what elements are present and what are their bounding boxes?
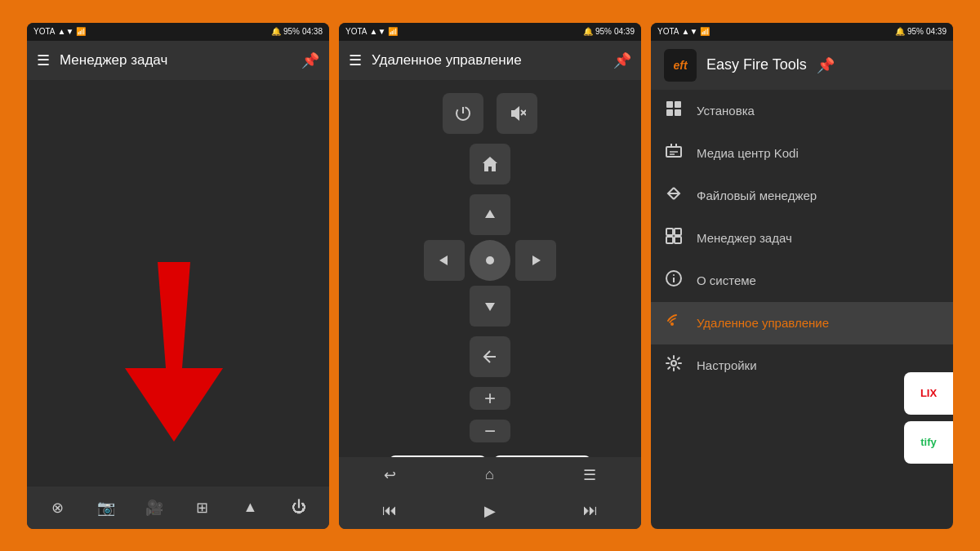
- battery-1: 95%: [283, 27, 300, 36]
- tasks-label: Менеджер задач: [697, 231, 792, 245]
- camera-icon[interactable]: 📷: [93, 495, 119, 521]
- status-right-3: 🔔 95% 04:39: [895, 27, 947, 36]
- status-right-2: 🔔 95% 04:39: [583, 27, 635, 36]
- screen3-sidebar: YOTA ▲▼ 📶 🔔 95% 04:39 eft Easy Fire Tool…: [651, 23, 953, 529]
- kodi-menu-icon: [664, 142, 684, 164]
- top-bar-2: ☰ Удаленное управление 📌: [339, 41, 641, 80]
- screenshot-icon[interactable]: ⊞: [189, 495, 216, 521]
- fastforward-icon[interactable]: ⏭: [583, 502, 598, 519]
- partial-spotify: tify: [904, 421, 953, 464]
- home-button[interactable]: [470, 144, 510, 184]
- battery-3: 95%: [907, 27, 924, 36]
- power-mute-row: [443, 93, 537, 134]
- upload-icon[interactable]: ▲: [238, 495, 264, 521]
- svg-rect-18: [675, 109, 681, 116]
- battery-2: 95%: [595, 27, 612, 36]
- kodi-menu-label: Медиа центр Kodi: [697, 146, 799, 160]
- menu-item-install[interactable]: Установка: [651, 90, 953, 132]
- time-2: 04:39: [614, 27, 635, 36]
- menu-item-tasks[interactable]: Менеджер задач: [651, 217, 953, 260]
- time-3: 04:39: [926, 27, 947, 36]
- status-left-1: YOTA ▲▼ 📶: [33, 27, 86, 36]
- pin-icon-2[interactable]: 📌: [613, 51, 631, 69]
- signal-3: ▲▼ 📶: [681, 27, 710, 36]
- menu-item-files[interactable]: Файловый менеджер: [651, 175, 953, 217]
- files-label: Файловый менеджер: [697, 189, 817, 202]
- settings-icon: [664, 354, 684, 376]
- dpad-empty-br: [515, 286, 556, 327]
- svg-rect-27: [675, 237, 681, 243]
- hamburger-icon-2[interactable]: ☰: [349, 51, 362, 69]
- rewind-icon[interactable]: ⏮: [382, 502, 397, 519]
- play-icon[interactable]: ▶: [484, 502, 496, 520]
- svg-rect-15: [666, 101, 673, 108]
- partial-netflix-text: LIX: [920, 387, 937, 399]
- screen2-title: Удаленное управление: [372, 52, 604, 69]
- tasks-icon: [664, 227, 684, 249]
- menu-item-kodi[interactable]: Медиа центр Kodi: [651, 132, 953, 175]
- dpad-down[interactable]: [470, 286, 510, 327]
- task-manager-content: [27, 80, 329, 487]
- navigation-bar: ↩ ⌂ ☰: [339, 457, 641, 493]
- menu-item-about[interactable]: О системе: [651, 260, 953, 302]
- video-icon[interactable]: 🎥: [141, 495, 167, 521]
- time-1: 04:38: [302, 27, 323, 36]
- dpad-right[interactable]: [515, 240, 556, 281]
- svg-rect-25: [675, 229, 681, 235]
- install-label: Установка: [697, 104, 755, 118]
- bell-icon-2: 🔔: [583, 27, 593, 36]
- status-left-2: YOTA ▲▼ 📶: [345, 27, 398, 36]
- minus-label: −: [484, 420, 496, 442]
- nav-home-icon[interactable]: ⌂: [485, 466, 494, 483]
- status-right-1: 🔔 95% 04:38: [271, 27, 323, 36]
- pin-icon-1[interactable]: 📌: [301, 51, 319, 69]
- screen1-title: Менеджер задач: [60, 52, 292, 69]
- svg-marker-3: [511, 106, 519, 121]
- app-logo: eft: [664, 49, 697, 82]
- bottom-toolbar-1: ⊗ 📷 🎥 ⊞ ▲ ⏻: [27, 487, 329, 529]
- mute-button[interactable]: [497, 93, 537, 134]
- remote-content: + − k KODI NETFLIX Disney+: [339, 80, 641, 457]
- bell-icon-1: 🔔: [271, 27, 281, 36]
- svg-rect-16: [675, 101, 681, 108]
- svg-rect-17: [666, 109, 673, 116]
- settings-label: Настройки: [697, 358, 757, 372]
- red-arrow: [92, 262, 256, 442]
- svg-rect-26: [666, 237, 673, 243]
- dpad-center[interactable]: [470, 240, 510, 281]
- volume-up-button[interactable]: +: [470, 387, 510, 410]
- back-button[interactable]: [470, 336, 510, 377]
- bell-icon-3: 🔔: [895, 27, 905, 36]
- dpad-up[interactable]: [470, 194, 510, 235]
- menu-item-remote[interactable]: Удаленное управление: [651, 302, 953, 344]
- partial-spotify-text: tify: [920, 436, 937, 448]
- dpad: [424, 194, 556, 327]
- dpad-empty-tl: [424, 194, 465, 235]
- volume-down-button[interactable]: −: [470, 420, 510, 442]
- remote-label: Удаленное управление: [697, 316, 829, 330]
- svg-rect-24: [666, 229, 673, 235]
- carrier-2: YOTA: [345, 27, 367, 36]
- svg-point-31: [670, 322, 674, 326]
- info-icon: [664, 269, 684, 291]
- hamburger-icon-1[interactable]: ☰: [37, 51, 50, 69]
- svg-point-32: [671, 361, 676, 366]
- nav-back-icon[interactable]: ↩: [384, 466, 396, 484]
- svg-point-30: [673, 274, 675, 276]
- dpad-left[interactable]: [424, 240, 465, 281]
- status-bar-1: YOTA ▲▼ 📶 🔔 95% 04:38: [27, 23, 329, 41]
- power-button[interactable]: [443, 93, 483, 134]
- svg-marker-8: [439, 256, 448, 265]
- pin-icon-3[interactable]: 📌: [817, 56, 835, 74]
- svg-marker-11: [485, 303, 495, 311]
- screen1-task-manager: YOTA ▲▼ 📶 🔔 95% 04:38 ☰ Менеджер задач 📌…: [27, 23, 329, 529]
- close-icon[interactable]: ⊗: [45, 495, 71, 521]
- nav-menu-icon[interactable]: ☰: [583, 466, 596, 484]
- power-icon-1[interactable]: ⏻: [286, 495, 312, 521]
- signal-1: ▲▼ 📶: [57, 27, 86, 36]
- svg-marker-6: [483, 157, 497, 171]
- dpad-empty-tr: [515, 194, 556, 235]
- app-name: Easy Fire Tools: [706, 56, 807, 73]
- screen2-remote-control: YOTA ▲▼ 📶 🔔 95% 04:39 ☰ Удаленное управл…: [339, 23, 641, 529]
- files-icon: [664, 184, 684, 207]
